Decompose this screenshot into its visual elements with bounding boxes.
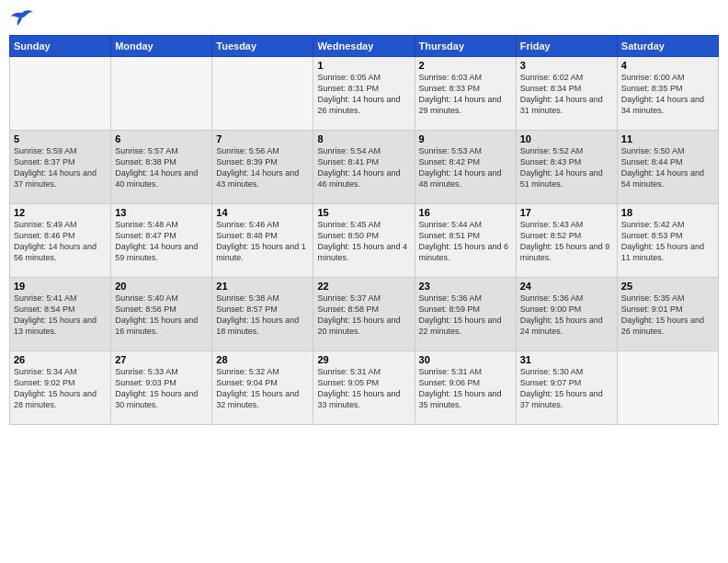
calendar-cell: 11Sunrise: 5:50 AM Sunset: 8:44 PM Dayli…: [617, 131, 718, 204]
day-info: Sunrise: 5:45 AM Sunset: 8:50 PM Dayligh…: [317, 219, 410, 264]
calendar-cell: 4Sunrise: 6:00 AM Sunset: 8:35 PM Daylig…: [617, 57, 718, 131]
weekday-header-monday: Monday: [111, 36, 212, 57]
calendar-cell: 15Sunrise: 5:45 AM Sunset: 8:50 PM Dayli…: [313, 204, 415, 278]
calendar-cell: 9Sunrise: 5:53 AM Sunset: 8:42 PM Daylig…: [415, 131, 516, 204]
day-number: 5: [14, 133, 107, 144]
day-info: Sunrise: 5:33 AM Sunset: 9:03 PM Dayligh…: [115, 366, 208, 411]
calendar-week-row: 12Sunrise: 5:49 AM Sunset: 8:46 PM Dayli…: [10, 204, 719, 278]
day-info: Sunrise: 5:49 AM Sunset: 8:46 PM Dayligh…: [14, 219, 107, 264]
day-number: 10: [520, 133, 613, 144]
weekday-header-friday: Friday: [516, 36, 617, 57]
day-number: 25: [621, 281, 714, 292]
weekday-header-sunday: Sunday: [10, 36, 111, 57]
day-number: 20: [115, 281, 208, 292]
day-info: Sunrise: 5:59 AM Sunset: 8:37 PM Dayligh…: [14, 145, 107, 190]
day-number: 17: [520, 207, 613, 218]
day-info: Sunrise: 5:36 AM Sunset: 8:59 PM Dayligh…: [419, 293, 512, 338]
day-number: 28: [216, 354, 309, 365]
day-number: 27: [115, 354, 208, 365]
day-info: Sunrise: 5:54 AM Sunset: 8:41 PM Dayligh…: [317, 145, 410, 190]
day-info: Sunrise: 5:36 AM Sunset: 9:00 PM Dayligh…: [520, 293, 613, 338]
day-info: Sunrise: 5:35 AM Sunset: 9:01 PM Dayligh…: [621, 293, 714, 338]
day-number: 15: [317, 207, 410, 218]
day-number: 29: [317, 354, 410, 365]
day-info: Sunrise: 6:02 AM Sunset: 8:34 PM Dayligh…: [520, 72, 613, 117]
calendar-cell: 29Sunrise: 5:31 AM Sunset: 9:05 PM Dayli…: [313, 351, 415, 425]
day-number: 16: [419, 207, 512, 218]
day-number: 22: [317, 281, 410, 292]
calendar-week-row: 1Sunrise: 6:05 AM Sunset: 8:31 PM Daylig…: [10, 57, 719, 131]
day-info: Sunrise: 5:50 AM Sunset: 8:44 PM Dayligh…: [621, 145, 714, 190]
day-info: Sunrise: 5:43 AM Sunset: 8:52 PM Dayligh…: [520, 219, 613, 264]
calendar-cell: 1Sunrise: 6:05 AM Sunset: 8:31 PM Daylig…: [313, 57, 415, 131]
day-info: Sunrise: 5:30 AM Sunset: 9:07 PM Dayligh…: [520, 366, 613, 411]
day-number: 11: [621, 133, 714, 144]
day-number: 9: [419, 133, 512, 144]
calendar-cell: 2Sunrise: 6:03 AM Sunset: 8:33 PM Daylig…: [415, 57, 516, 131]
calendar-cell: 16Sunrise: 5:44 AM Sunset: 8:51 PM Dayli…: [415, 204, 516, 278]
day-number: 13: [115, 207, 208, 218]
calendar-cell: 10Sunrise: 5:52 AM Sunset: 8:43 PM Dayli…: [516, 131, 617, 204]
calendar-cell: 31Sunrise: 5:30 AM Sunset: 9:07 PM Dayli…: [516, 351, 617, 425]
calendar-cell: 8Sunrise: 5:54 AM Sunset: 8:41 PM Daylig…: [313, 131, 415, 204]
day-number: 23: [419, 281, 512, 292]
calendar-week-row: 19Sunrise: 5:41 AM Sunset: 8:54 PM Dayli…: [10, 278, 719, 351]
calendar-cell: 7Sunrise: 5:56 AM Sunset: 8:39 PM Daylig…: [212, 131, 313, 204]
day-number: 1: [317, 60, 410, 71]
day-number: 12: [14, 207, 107, 218]
day-info: Sunrise: 5:53 AM Sunset: 8:42 PM Dayligh…: [419, 145, 512, 190]
day-info: Sunrise: 5:41 AM Sunset: 8:54 PM Dayligh…: [14, 293, 107, 338]
day-number: 2: [419, 60, 512, 71]
weekday-header-thursday: Thursday: [415, 36, 516, 57]
calendar-cell: 6Sunrise: 5:57 AM Sunset: 8:38 PM Daylig…: [111, 131, 212, 204]
calendar-cell: 27Sunrise: 5:33 AM Sunset: 9:03 PM Dayli…: [111, 351, 212, 425]
day-number: 6: [115, 133, 208, 144]
calendar-table: SundayMondayTuesdayWednesdayThursdayFrid…: [9, 35, 719, 425]
calendar-cell: 30Sunrise: 5:31 AM Sunset: 9:06 PM Dayli…: [415, 351, 516, 425]
day-number: 18: [621, 207, 714, 218]
day-number: 19: [14, 281, 107, 292]
logo-bird-icon: [9, 9, 35, 29]
day-info: Sunrise: 5:46 AM Sunset: 8:48 PM Dayligh…: [216, 219, 309, 264]
weekday-header-row: SundayMondayTuesdayWednesdayThursdayFrid…: [10, 36, 719, 57]
day-number: 21: [216, 281, 309, 292]
day-info: Sunrise: 5:52 AM Sunset: 8:43 PM Dayligh…: [520, 145, 613, 190]
day-info: Sunrise: 6:05 AM Sunset: 8:31 PM Dayligh…: [317, 72, 410, 117]
header: [9, 9, 719, 29]
day-info: Sunrise: 5:57 AM Sunset: 8:38 PM Dayligh…: [115, 145, 208, 190]
day-info: Sunrise: 5:31 AM Sunset: 9:06 PM Dayligh…: [419, 366, 512, 411]
calendar-week-row: 26Sunrise: 5:34 AM Sunset: 9:02 PM Dayli…: [10, 351, 719, 425]
calendar-cell: [10, 57, 111, 131]
calendar-cell: 23Sunrise: 5:36 AM Sunset: 8:59 PM Dayli…: [415, 278, 516, 351]
calendar-cell: 19Sunrise: 5:41 AM Sunset: 8:54 PM Dayli…: [10, 278, 111, 351]
day-number: 26: [14, 354, 107, 365]
day-info: Sunrise: 6:00 AM Sunset: 8:35 PM Dayligh…: [621, 72, 714, 117]
calendar-cell: 21Sunrise: 5:38 AM Sunset: 8:57 PM Dayli…: [212, 278, 313, 351]
calendar-cell: 18Sunrise: 5:42 AM Sunset: 8:53 PM Dayli…: [617, 204, 718, 278]
calendar-cell: 14Sunrise: 5:46 AM Sunset: 8:48 PM Dayli…: [212, 204, 313, 278]
day-info: Sunrise: 5:40 AM Sunset: 8:56 PM Dayligh…: [115, 293, 208, 338]
logo: [9, 9, 39, 29]
day-info: Sunrise: 5:31 AM Sunset: 9:05 PM Dayligh…: [317, 366, 410, 411]
calendar-cell: 17Sunrise: 5:43 AM Sunset: 8:52 PM Dayli…: [516, 204, 617, 278]
day-number: 7: [216, 133, 309, 144]
day-number: 14: [216, 207, 309, 218]
calendar-cell: [212, 57, 313, 131]
day-info: Sunrise: 5:32 AM Sunset: 9:04 PM Dayligh…: [216, 366, 309, 411]
calendar-cell: 28Sunrise: 5:32 AM Sunset: 9:04 PM Dayli…: [212, 351, 313, 425]
calendar-cell: 22Sunrise: 5:37 AM Sunset: 8:58 PM Dayli…: [313, 278, 415, 351]
day-info: Sunrise: 6:03 AM Sunset: 8:33 PM Dayligh…: [419, 72, 512, 117]
day-number: 8: [317, 133, 410, 144]
weekday-header-tuesday: Tuesday: [212, 36, 313, 57]
day-info: Sunrise: 5:56 AM Sunset: 8:39 PM Dayligh…: [216, 145, 309, 190]
calendar-cell: 24Sunrise: 5:36 AM Sunset: 9:00 PM Dayli…: [516, 278, 617, 351]
day-number: 24: [520, 281, 613, 292]
calendar-cell: 5Sunrise: 5:59 AM Sunset: 8:37 PM Daylig…: [10, 131, 111, 204]
day-number: 3: [520, 60, 613, 71]
calendar-cell: [617, 351, 718, 425]
calendar-cell: 3Sunrise: 6:02 AM Sunset: 8:34 PM Daylig…: [516, 57, 617, 131]
calendar-cell: 25Sunrise: 5:35 AM Sunset: 9:01 PM Dayli…: [617, 278, 718, 351]
calendar-cell: [111, 57, 212, 131]
day-number: 31: [520, 354, 613, 365]
day-info: Sunrise: 5:44 AM Sunset: 8:51 PM Dayligh…: [419, 219, 512, 264]
